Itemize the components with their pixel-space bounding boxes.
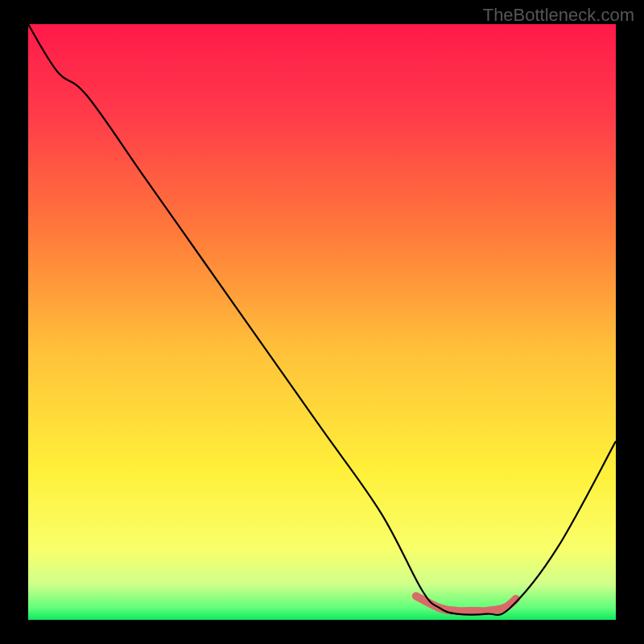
- curve-layer: [28, 24, 616, 620]
- chart-plot-area: [28, 24, 616, 620]
- watermark-text: TheBottleneck.com: [483, 5, 634, 26]
- bottleneck-curve: [28, 24, 616, 615]
